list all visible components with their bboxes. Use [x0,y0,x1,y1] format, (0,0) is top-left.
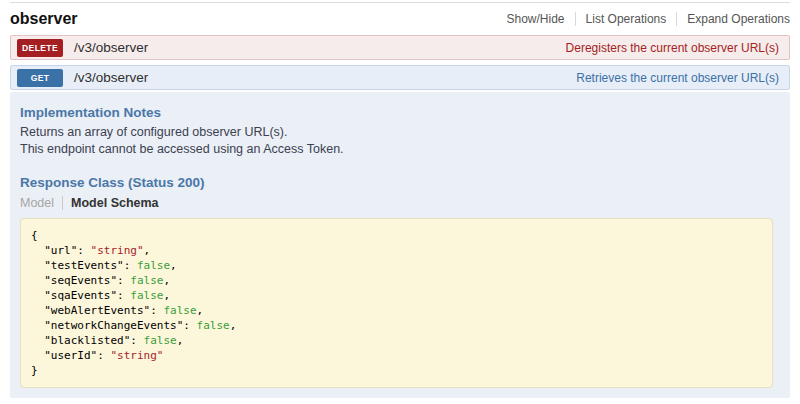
code-line: "sqaEvents": false, [31,288,762,303]
code-line: "networkChangeEvents": false, [31,318,762,333]
schema-tabs: Model Model Schema [20,196,780,210]
get-operation-summary[interactable]: Retrieves the current observer URL(s) [576,71,779,85]
delete-operation-summary[interactable]: Deregisters the current observer URL(s) [566,41,779,55]
expand-operations-link[interactable]: Expand Operations [676,12,790,26]
get-operation-details-panel: Implementation Notes Returns an array of… [10,92,790,398]
list-operations-link[interactable]: List Operations [575,12,677,26]
tab-model[interactable]: Model [20,196,63,210]
get-operation-row[interactable]: GET /v3/observer Retrieves the current o… [10,65,790,90]
delete-operation-path[interactable]: /v3/observer [74,40,148,55]
model-schema-code: { "url": "string", "testEvents": false, … [20,218,773,388]
show-hide-link[interactable]: Show/Hide [497,12,575,26]
code-line: "blacklisted": false, [31,333,762,348]
implementation-notes-heading: Implementation Notes [20,105,780,120]
code-line: } [31,363,762,378]
delete-operation-row[interactable]: DELETE /v3/observer Deregisters the curr… [10,35,790,60]
delete-method-badge: DELETE [17,39,63,57]
code-line: "webAlertEvents": false, [31,303,762,318]
code-line: "seqEvents": false, [31,273,762,288]
code-line: "url": "string", [31,243,762,258]
get-operation-path[interactable]: /v3/observer [74,70,148,85]
implementation-note-line-2: This endpoint cannot be accessed using a… [20,141,780,158]
response-class-heading: Response Class (Status 200) [20,175,780,190]
resource-nav: Show/Hide List Operations Expand Operati… [497,12,790,26]
implementation-note-line-1: Returns an array of configured observer … [20,124,780,141]
swagger-resource-page: observer Show/Hide List Operations Expan… [0,2,800,398]
resource-title: observer [10,10,78,28]
code-line: "testEvents": false, [31,258,762,273]
get-method-badge: GET [17,69,63,87]
code-line: { [31,228,762,243]
code-line: "userId": "string" [31,348,762,363]
tab-model-schema[interactable]: Model Schema [63,196,159,210]
resource-header: observer Show/Hide List Operations Expan… [10,3,790,35]
